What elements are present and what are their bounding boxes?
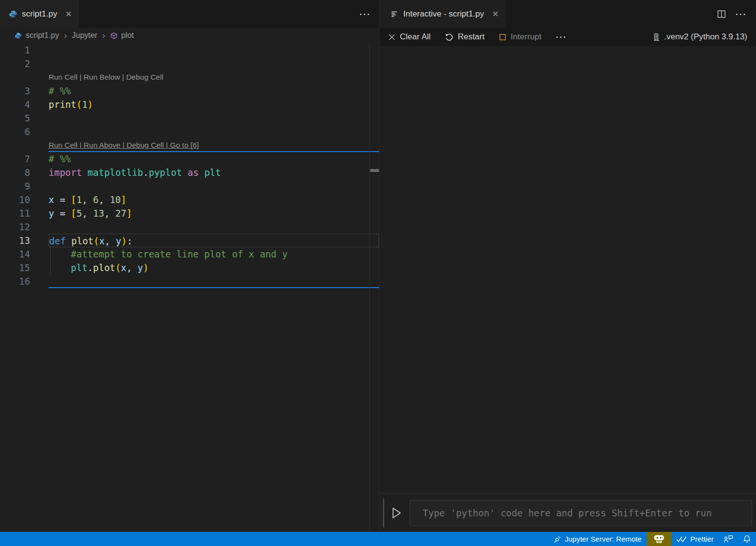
left-tab-actions: ••• — [360, 0, 379, 28]
copilot-status[interactable] — [647, 532, 671, 546]
kernel-label: .venv2 (Python 3.9.13) — [664, 32, 747, 42]
code-line: 13def plot(x, y): — [0, 234, 379, 247]
code-line: 5 — [0, 111, 379, 125]
status-bar: Jupyter Server: Remote Prettier — [0, 532, 756, 546]
line-number: 3 — [0, 84, 49, 98]
robot-icon — [653, 534, 665, 544]
close-icon[interactable]: × — [492, 9, 498, 19]
code-editor[interactable]: 12Run Cell | Run Below | Debug Cell3# %%… — [0, 43, 379, 532]
interrupt-button[interactable]: Interrupt — [499, 32, 541, 42]
line-number: 11 — [0, 206, 49, 220]
tab-script1-py[interactable]: script1.py × — [0, 0, 79, 28]
editor-group-left: script1.py × ••• script1.py › Jupyter › — [0, 0, 379, 532]
code-line-content[interactable]: #attempt to create line plot of x and y — [49, 247, 379, 261]
codelens-row: Run Cell | Run Below | Debug Cell — [0, 70, 379, 84]
code-line-content[interactable]: x = [1, 6, 10] — [49, 193, 379, 206]
line-number: 9 — [0, 179, 49, 193]
line-number: 7 — [0, 152, 49, 166]
code-line: 8import matplotlib.pyplot as plt — [0, 166, 379, 179]
more-actions-icon[interactable]: ••• — [360, 11, 371, 17]
line-number: 10 — [0, 193, 49, 206]
input-placeholder: Type 'python' code here and press Shift+… — [423, 508, 712, 518]
code-line-content[interactable] — [49, 274, 379, 288]
symbol-cube-icon — [110, 32, 118, 39]
kernel-picker[interactable]: .venv2 (Python 3.9.13) — [652, 32, 747, 42]
code-line-content[interactable] — [49, 125, 379, 138]
code-line: 11y = [5, 13, 27] — [0, 206, 379, 220]
python-icon — [15, 32, 22, 39]
notifications-bell-icon[interactable] — [738, 532, 756, 546]
code-line-content[interactable] — [49, 111, 379, 125]
breadcrumb: script1.py › Jupyter › plot — [0, 28, 379, 43]
run-button[interactable] — [384, 507, 410, 519]
line-number: 12 — [0, 220, 49, 234]
code-line-content[interactable]: print(1) — [49, 98, 379, 111]
interrupt-square-icon — [499, 34, 506, 41]
code-line: 9 — [0, 179, 379, 193]
interactive-window-icon — [391, 10, 399, 18]
code-line-content[interactable]: # %% — [49, 84, 379, 98]
code-line: 6 — [0, 125, 379, 138]
breadcrumb-file[interactable]: script1.py — [26, 31, 59, 40]
interactive-input-area: Type 'python' code here and press Shift+… — [379, 493, 756, 532]
line-number: 2 — [0, 57, 49, 70]
tab-interactive-window[interactable]: Interactive - script1.py × — [379, 0, 506, 28]
code-input[interactable]: Type 'python' code here and press Shift+… — [410, 500, 752, 526]
line-number: 1 — [0, 43, 49, 57]
code-line-content[interactable] — [49, 220, 379, 234]
interactive-history[interactable] — [379, 46, 756, 493]
plug-icon — [553, 535, 561, 543]
code-line: 3# %% — [0, 84, 379, 98]
line-number: 14 — [0, 247, 49, 261]
code-line: 2 — [0, 57, 379, 70]
close-icon[interactable]: × — [66, 9, 72, 19]
tab-label: Interactive - script1.py — [403, 9, 484, 19]
play-icon — [392, 507, 402, 519]
jupyter-server-status[interactable]: Jupyter Server: Remote — [549, 532, 646, 546]
line-number: 4 — [0, 98, 49, 111]
code-line: 1 — [0, 43, 379, 57]
breadcrumb-symbol[interactable]: plot — [121, 31, 134, 40]
line-number: 13 — [0, 234, 49, 247]
right-tabbar: Interactive - script1.py × ••• — [379, 0, 756, 28]
line-number: 8 — [0, 166, 49, 179]
code-lines: 12Run Cell | Run Below | Debug Cell3# %%… — [0, 43, 379, 288]
codelens[interactable]: Run Cell | Run Above | Debug Cell | Go t… — [49, 138, 379, 152]
editor-group-right: Interactive - script1.py × ••• Clear All — [379, 0, 756, 532]
line-number: 5 — [0, 111, 49, 125]
code-line: 15 plt.plot(x, y) — [0, 261, 379, 274]
code-line: 12 — [0, 220, 379, 234]
kernel-icon — [652, 33, 660, 41]
line-number — [0, 70, 49, 84]
restart-button[interactable]: Restart — [445, 32, 484, 42]
code-line-content[interactable]: # %% — [49, 152, 379, 166]
code-line-content[interactable]: y = [5, 13, 27] — [49, 206, 379, 220]
left-tabbar: script1.py × ••• — [0, 0, 379, 28]
feedback-icon[interactable] — [719, 532, 738, 546]
split-editor-icon[interactable] — [717, 10, 726, 18]
interactive-toolbar: Clear All Restart Interrupt ••• — [379, 28, 756, 46]
chevron-right-icon: › — [64, 30, 67, 41]
close-icon — [388, 34, 395, 41]
code-line: 16 — [0, 274, 379, 288]
code-line-content[interactable] — [49, 43, 379, 57]
code-line-content[interactable]: def plot(x, y): — [49, 234, 379, 247]
prettier-status[interactable]: Prettier — [671, 532, 719, 546]
more-actions-icon[interactable]: ••• — [736, 11, 747, 17]
code-line-content[interactable]: plt.plot(x, y) — [49, 261, 379, 274]
toolbar-more-button[interactable]: ••• — [556, 34, 567, 40]
code-line: 7# %% — [0, 152, 379, 166]
codelens[interactable]: Run Cell | Run Below | Debug Cell — [49, 70, 379, 84]
vscode-window: script1.py × ••• script1.py › Jupyter › — [0, 0, 756, 546]
overview-ruler[interactable] — [369, 43, 379, 532]
python-icon — [9, 10, 17, 18]
double-check-icon — [676, 536, 687, 543]
code-line-content[interactable] — [49, 57, 379, 70]
clear-all-button[interactable]: Clear All — [388, 32, 430, 42]
code-line: 10x = [1, 6, 10] — [0, 193, 379, 206]
codelens-row: Run Cell | Run Above | Debug Cell | Go t… — [0, 138, 379, 152]
breadcrumb-section[interactable]: Jupyter — [72, 31, 97, 40]
code-line-content[interactable] — [49, 179, 379, 193]
line-number — [0, 138, 49, 152]
code-line-content[interactable]: import matplotlib.pyplot as plt — [49, 166, 379, 179]
